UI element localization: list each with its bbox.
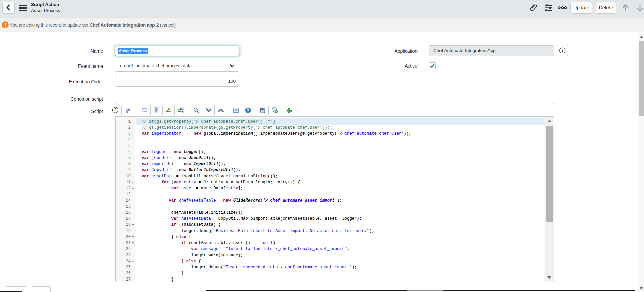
svg-text:?: ? [247, 108, 249, 112]
svg-text:ac: ac [169, 110, 172, 113]
svg-text:?: ? [114, 108, 116, 112]
svg-text:ac: ac [181, 110, 184, 113]
